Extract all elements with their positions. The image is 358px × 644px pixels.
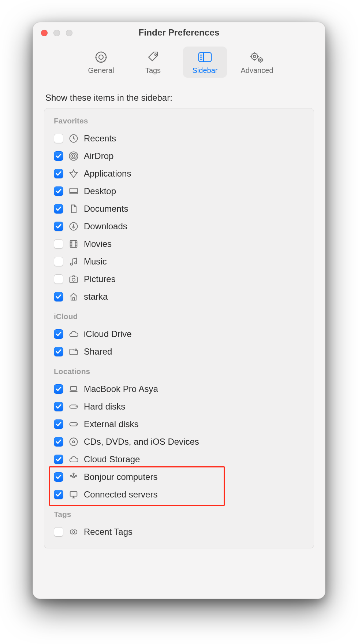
svg-rect-28 <box>70 277 78 282</box>
gear-icon <box>93 50 109 64</box>
fullscreen-button <box>66 30 72 36</box>
checkbox[interactable] <box>54 134 63 143</box>
item-label: AirDrop <box>84 151 113 161</box>
item-label: Recents <box>84 133 116 144</box>
svg-rect-43 <box>70 492 77 496</box>
tab-general[interactable]: General <box>79 47 123 78</box>
svg-point-37 <box>70 438 78 446</box>
item-connected-servers: Connected servers <box>52 486 306 503</box>
svg-point-9 <box>253 55 256 58</box>
music-icon <box>68 257 79 266</box>
checkbox[interactable] <box>54 292 63 301</box>
traffic-lights <box>41 30 72 36</box>
checkbox[interactable] <box>54 455 63 464</box>
close-button[interactable] <box>41 30 48 36</box>
house-icon <box>68 292 79 301</box>
preferences-toolbar: General Tags <box>33 43 325 83</box>
svg-point-34 <box>76 406 77 407</box>
item-label: iCloud Drive <box>84 329 132 339</box>
checkbox[interactable] <box>54 472 63 482</box>
checkbox[interactable] <box>54 257 63 266</box>
tab-tags[interactable]: Tags <box>131 47 175 78</box>
svg-point-26 <box>70 263 72 265</box>
tab-sidebar[interactable]: Sidebar <box>183 47 227 78</box>
checkbox[interactable] <box>54 222 63 231</box>
svg-rect-30 <box>73 297 75 300</box>
tab-label: General <box>88 66 114 75</box>
applications-icon <box>68 169 79 178</box>
item-optical-ios: CDs, DVDs, and iOS Devices <box>52 433 306 451</box>
item-applications: Applications <box>52 165 306 182</box>
checkbox[interactable] <box>54 186 63 196</box>
checkbox[interactable] <box>54 402 63 411</box>
item-label: Movies <box>84 239 112 249</box>
checkbox[interactable] <box>54 527 63 537</box>
item-recent-tags: Recent Tags <box>52 523 306 541</box>
item-label: Desktop <box>84 186 116 196</box>
content-area: Show these items in the sidebar: Favorit… <box>33 83 325 559</box>
item-external-disks: External disks <box>52 415 306 433</box>
item-label: Documents <box>84 204 128 214</box>
item-airdrop: AirDrop <box>52 147 306 165</box>
item-label: Cloud Storage <box>84 454 140 465</box>
svg-point-36 <box>76 424 77 425</box>
checkbox[interactable] <box>54 490 63 499</box>
titlebar: Finder Preferences <box>33 22 325 43</box>
tab-label: Tags <box>145 66 161 75</box>
camera-icon <box>68 274 79 284</box>
checkbox[interactable] <box>54 437 63 447</box>
svg-point-29 <box>72 278 75 281</box>
item-documents: Documents <box>52 200 306 218</box>
window-title: Finder Preferences <box>33 27 325 38</box>
item-label: External disks <box>84 419 138 429</box>
section-header-icloud: iCloud <box>54 312 304 321</box>
item-recents: Recents <box>52 130 306 147</box>
tab-label: Advanced <box>241 66 273 75</box>
svg-point-38 <box>72 441 75 443</box>
item-label: Downloads <box>84 221 127 232</box>
svg-point-27 <box>75 262 77 264</box>
laptop-icon <box>68 384 79 394</box>
item-label: starka <box>84 292 108 302</box>
svg-rect-19 <box>70 241 77 248</box>
tab-advanced[interactable]: Advanced <box>235 47 279 78</box>
checkbox[interactable] <box>54 204 63 214</box>
section-header-locations: Locations <box>54 367 304 376</box>
item-desktop: Desktop <box>52 182 306 200</box>
svg-point-39 <box>73 476 75 478</box>
checkbox[interactable] <box>54 169 63 178</box>
item-music: Music <box>52 253 306 270</box>
checkbox[interactable] <box>54 239 63 249</box>
cloud-icon <box>68 329 79 339</box>
preferences-window: Finder Preferences General <box>33 22 325 599</box>
desktop-icon <box>68 186 79 196</box>
checkbox[interactable] <box>54 347 63 356</box>
checkbox[interactable] <box>54 274 63 284</box>
sidebar-icon <box>197 50 213 64</box>
svg-point-10 <box>258 58 262 62</box>
item-cloud-storage: Cloud Storage <box>52 451 306 468</box>
section-header-tags: Tags <box>54 510 304 519</box>
sidebar-items-panel: Favorites Recents AirDrop Applications <box>44 108 314 548</box>
clock-icon <box>68 134 79 143</box>
item-movies: Movies <box>52 235 306 253</box>
checkbox[interactable] <box>54 151 63 161</box>
checkbox[interactable] <box>54 419 63 429</box>
shared-folder-icon <box>68 347 79 356</box>
document-icon <box>68 204 79 214</box>
svg-point-45 <box>73 530 77 534</box>
hard-disk-icon <box>68 402 79 411</box>
item-icloud-drive: iCloud Drive <box>52 325 306 343</box>
checkbox[interactable] <box>54 329 63 339</box>
bonjour-icon <box>68 472 79 482</box>
item-label: Hard disks <box>84 401 125 412</box>
svg-point-11 <box>260 59 261 61</box>
checkbox[interactable] <box>54 384 63 394</box>
svg-rect-16 <box>70 188 78 194</box>
item-label: Shared <box>84 347 112 357</box>
item-label: Recent Tags <box>84 527 133 537</box>
tags-icon <box>68 527 79 537</box>
tag-icon <box>145 50 161 64</box>
section-header-favorites: Favorites <box>54 116 304 125</box>
cloud-icon <box>68 455 79 464</box>
